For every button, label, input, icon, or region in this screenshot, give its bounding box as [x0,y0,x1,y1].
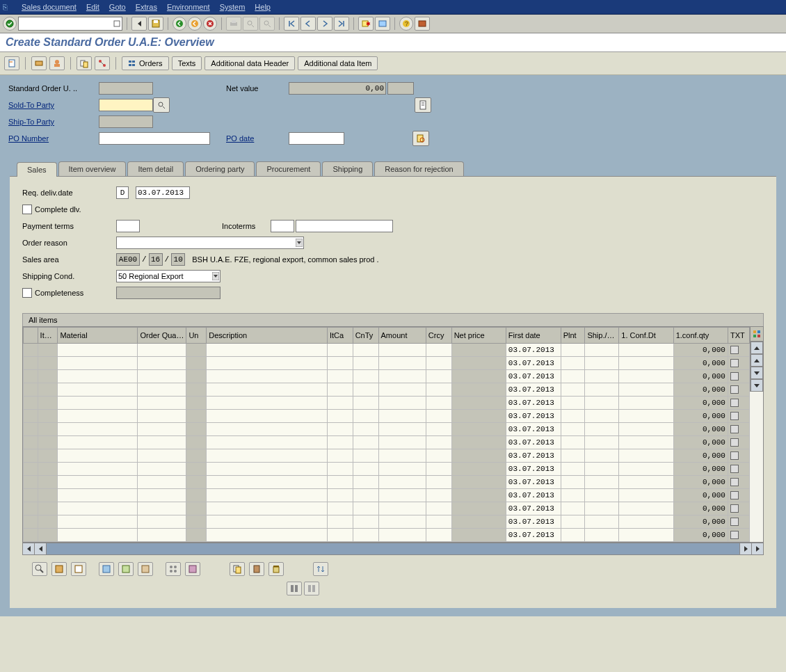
table-cell[interactable] [38,410,58,423]
prev-page-icon[interactable] [300,17,316,31]
table-cell[interactable] [58,502,138,515]
table-cell[interactable] [619,515,673,529]
table-cell[interactable] [353,463,378,476]
col-header[interactable]: Ship./… [585,328,619,344]
table-cell[interactable] [353,344,378,357]
table-cell[interactable] [138,423,186,436]
table-cell[interactable]: 03.07.2013 [506,383,561,397]
table-cell[interactable] [585,383,619,397]
table-cell[interactable] [353,410,378,423]
table-cell[interactable] [426,529,451,542]
table-cell[interactable]: 0,000 [673,410,728,423]
table-cell[interactable]: 0,000 [673,397,728,410]
availability-icon[interactable] [287,582,302,595]
table-cell[interactable] [378,436,426,449]
table-cell[interactable]: 03.07.2013 [506,423,561,436]
doc-flow-icon[interactable] [95,56,110,70]
payment-terms-field[interactable] [116,220,140,232]
table-cell[interactable] [585,502,619,515]
horizontal-scrollbar[interactable] [22,543,764,555]
table-cell[interactable] [728,515,749,529]
table-cell[interactable] [353,436,378,449]
shortcut-icon[interactable] [375,17,390,31]
row-selector[interactable] [24,463,38,476]
table-cell[interactable]: 03.07.2013 [506,410,561,423]
sold-to-field[interactable] [99,99,153,111]
table-cell[interactable] [207,515,328,529]
table-cell[interactable] [327,383,353,397]
table-cell[interactable] [138,449,186,463]
menu-extras[interactable]: Extras [136,3,157,11]
scroll-down-icon[interactable] [751,379,763,392]
sort-icon[interactable] [313,562,328,576]
table-row[interactable]: 03.07.20130,000 [24,436,750,449]
table-cell[interactable] [728,423,749,436]
table-cell[interactable]: 03.07.2013 [506,489,561,502]
menu-edit[interactable]: Edit [86,3,99,11]
table-cell[interactable] [451,502,506,515]
table-cell[interactable] [38,502,58,515]
table-cell[interactable]: 03.07.2013 [506,502,561,515]
table-cell[interactable]: 03.07.2013 [506,449,561,463]
table-cell[interactable] [561,370,585,383]
table-cell[interactable] [451,410,506,423]
table-cell[interactable] [138,489,186,502]
table-cell[interactable] [138,383,186,397]
command-field[interactable] [18,17,122,31]
table-cell[interactable] [353,502,378,515]
additional-data-item-button[interactable]: Additional data Item [298,56,378,70]
table-cell[interactable] [378,397,426,410]
table-cell[interactable]: 0,000 [673,423,728,436]
search-doc-icon[interactable] [412,131,429,146]
col-header[interactable]: It… [38,328,58,344]
table-cell[interactable] [186,449,207,463]
table-cell[interactable] [353,529,378,542]
tab-item-overview[interactable]: Item overview [58,161,127,176]
table-cell[interactable] [426,397,451,410]
table-cell[interactable]: 0,000 [673,515,728,529]
table-cell[interactable] [451,344,506,357]
row-selector[interactable] [24,423,38,436]
col-header[interactable]: ItCa [327,328,353,344]
table-cell[interactable] [207,489,328,502]
schedule-lines-icon[interactable] [118,562,134,576]
detail-icon[interactable] [32,562,47,576]
po-number-field[interactable] [99,132,210,145]
tab-reason-rejection[interactable]: Reason for rejection [374,161,463,176]
table-cell[interactable] [207,370,328,383]
shipping-cond-field[interactable] [116,270,220,282]
scroll-down-icon[interactable] [751,367,763,379]
table-row[interactable]: 03.07.20130,000 [24,515,750,529]
table-cell[interactable] [186,489,207,502]
table-cell[interactable]: 0,000 [673,489,728,502]
nav-back-icon[interactable] [131,17,147,31]
table-cell[interactable] [619,436,673,449]
table-row[interactable]: 03.07.20130,000 [24,489,750,502]
table-cell[interactable] [619,476,673,489]
col-header[interactable]: First date [506,328,561,344]
exit-icon[interactable] [188,17,202,31]
table-row[interactable]: 03.07.20130,000 [24,529,750,542]
table-cell[interactable] [327,397,353,410]
table-cell[interactable] [38,423,58,436]
table-cell[interactable] [138,529,186,542]
table-row[interactable]: 03.07.20130,000 [24,502,750,515]
table-cell[interactable] [378,463,426,476]
table-cell[interactable] [619,344,673,357]
save-icon[interactable] [148,17,163,31]
table-cell[interactable] [451,370,506,383]
table-cell[interactable] [378,529,426,542]
table-cell[interactable] [58,383,138,397]
table-cell[interactable] [619,529,673,542]
table-cell[interactable] [327,529,353,542]
table-cell[interactable] [378,344,426,357]
table-cell[interactable]: 0,000 [673,383,728,397]
table-cell[interactable] [327,476,353,489]
table-cell[interactable] [728,449,749,463]
table-cell[interactable] [378,449,426,463]
table-cell[interactable] [58,410,138,423]
table-cell[interactable] [327,515,353,529]
table-cell[interactable] [728,529,749,542]
col-header[interactable]: TXT [728,328,749,344]
ship-to-field[interactable] [99,115,153,128]
